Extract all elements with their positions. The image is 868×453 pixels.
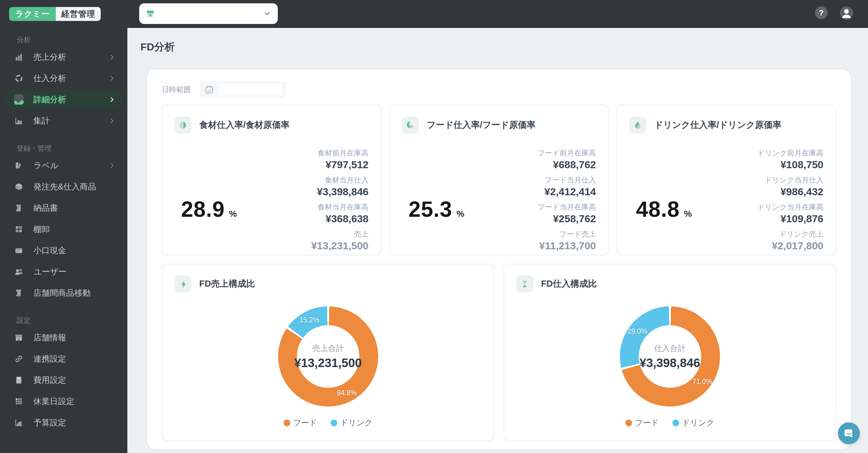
sidebar-item-label: 発注先&仕入商品 [33, 181, 115, 192]
main-content: FD分析 日時範囲 食材仕入率/食材原価率 [127, 28, 868, 453]
chevron-right-icon [108, 75, 115, 82]
logo-product-badge: 経営管理 [56, 7, 101, 21]
date-range-row: 日時範囲 [162, 81, 836, 97]
inventory-icon [14, 224, 24, 234]
kpi-card-title: 食材仕入率/食材原価率 [199, 119, 290, 131]
sidebar-item-label: 納品書 [33, 202, 115, 214]
chat-widget-button[interactable] [838, 422, 860, 444]
sidebar-item-label: ユーザー [33, 266, 115, 277]
kpi-card-ingredients: 食材仕入率/食材原価率 28.9 % 食材前月在庫高 ¥797,512 食材当月… [162, 105, 381, 255]
help-button[interactable]: ? [815, 6, 828, 19]
labels-icon [14, 161, 24, 170]
stat-value: ¥2,017,800 [757, 240, 824, 252]
sidebar-item-store-transfer[interactable]: 店舗間商品移動 [5, 284, 122, 302]
stat-value: ¥258,762 [537, 213, 596, 225]
legend-item-food: フード [284, 418, 317, 428]
legend-item-food: フード [625, 418, 659, 428]
stat-value: ¥13,231,500 [311, 240, 369, 252]
sidebar-item-expense-settings[interactable]: 費用設定 [5, 371, 122, 389]
kpi-unit: % [684, 209, 692, 219]
stat-value: ¥109,876 [757, 213, 824, 225]
sidebar-section-management: 登録・管理 [17, 144, 127, 153]
store-selector-dropdown[interactable] [139, 3, 278, 24]
sidebar-item-integration-settings[interactable]: 連携設定 [5, 350, 122, 368]
date-range-input[interactable] [219, 84, 282, 95]
donut-center-label: 仕入合計 [654, 343, 686, 354]
stat-label: ドリンク売上 [757, 229, 824, 239]
stat-value: ¥368,638 [311, 213, 369, 225]
sales-donut-chart: 売上合計 ¥13,231,500 15.2% 84.8% [278, 306, 378, 406]
user-avatar[interactable] [840, 6, 853, 20]
stat-value: ¥797,512 [311, 159, 369, 171]
stat-value: ¥11,213,700 [537, 240, 596, 252]
sidebar-item-delivery-notes[interactable]: 納品書 [5, 199, 122, 217]
donut-center-value: ¥3,398,846 [639, 356, 700, 370]
chart-card-purchase-composition: FD仕入構成比 仕入合計 ¥3,398,846 29.0% 71.0% フード [503, 264, 836, 441]
legend-item-drink: ドリンク [331, 418, 372, 428]
stat-label: フード前月在庫高 [537, 148, 596, 158]
area-chart-icon [14, 95, 24, 105]
person-icon [840, 6, 853, 20]
sidebar-item-sales-analysis[interactable]: 売上分析 [5, 48, 122, 66]
help-icon: ? [819, 8, 824, 18]
stat-value: ¥2,412,414 [537, 186, 596, 198]
sidebar-item-closed-days-settings[interactable]: 休業日設定 [5, 393, 122, 410]
stat-value: ¥108,750 [757, 159, 824, 171]
stat-label: ドリンク当月仕入 [757, 175, 824, 185]
sidebar-item-label: 売上分析 [33, 52, 108, 62]
sidebar-item-petty-cash[interactable]: 小口現金 [5, 242, 122, 259]
slice-label-drink: 15.2% [299, 316, 319, 324]
stat-value: ¥986,432 [757, 186, 824, 198]
kpi-card-food: フード仕入率/フード原価率 25.3 % フード前月在庫高 ¥688,762 フ… [389, 105, 609, 255]
wallet-icon [14, 246, 24, 255]
receipt-icon [14, 203, 24, 213]
sidebar-item-summary[interactable]: 集計 [5, 112, 122, 130]
chevron-right-icon [108, 96, 115, 103]
donut-chart-icon [14, 74, 24, 83]
slice-label-drink: 29.0% [627, 327, 647, 336]
kpi-value: 25.3 [408, 197, 452, 222]
chart-card-row: FD売上構成比 売上合計 ¥13,231,500 15.2% 84.8% フード [162, 264, 836, 441]
stat-value: ¥688,762 [537, 159, 596, 171]
half-circle-icon [175, 117, 191, 134]
stat-label: 食材前月在庫高 [311, 148, 369, 158]
chart-card-title: FD売上構成比 [199, 278, 255, 290]
purchase-donut-chart: 仕入合計 ¥3,398,846 29.0% 71.0% [620, 306, 720, 406]
chart-legend: フード ドリンク [516, 418, 824, 428]
sidebar-item-detail-analysis[interactable]: 詳細分析 [5, 91, 122, 108]
chevron-right-icon [108, 162, 115, 169]
legend-label: ドリンク [340, 418, 372, 428]
sidebar-item-labels[interactable]: ラベル [5, 157, 122, 174]
sidebar-item-inventory[interactable]: 棚卸 [5, 220, 122, 238]
box-icon [14, 182, 24, 192]
stat-label: フード当月在庫高 [537, 202, 596, 212]
slice-label-food: 71.0% [692, 378, 712, 386]
sidebar-item-label: 費用設定 [33, 375, 115, 386]
legend-dot-food [284, 420, 290, 426]
stat-value: ¥3,398,846 [311, 186, 369, 198]
chat-bubble-icon [843, 427, 855, 439]
legend-dot-drink [672, 420, 679, 426]
summary-chart-icon [14, 116, 24, 126]
donut-center: 仕入合計 ¥3,398,846 [639, 325, 701, 388]
chevron-down-icon [263, 10, 271, 18]
sidebar-item-budget-settings[interactable]: 予算設定 [5, 414, 122, 431]
sidebar-item-label: 店舗情報 [33, 332, 115, 343]
sidebar-section-analysis: 分析 [17, 35, 127, 45]
sidebar-item-purchase-analysis[interactable]: 仕入分析 [5, 69, 122, 87]
donut-center-label: 売上合計 [312, 343, 344, 354]
donut-center: 売上合計 ¥13,231,500 [297, 325, 360, 388]
sidebar-item-store-info[interactable]: 店舗情報 [5, 329, 122, 346]
budget-chart-icon [14, 418, 24, 427]
legend-label: ドリンク [682, 418, 714, 428]
topbar: ラクミー 経営管理 ? [0, 0, 868, 28]
hourglass-icon [516, 275, 533, 292]
legend-dot-drink [331, 420, 337, 426]
sidebar-item-users[interactable]: ユーザー [5, 263, 122, 281]
fd-analysis-panel: 日時範囲 食材仕入率/食材原価率 [147, 69, 851, 449]
kpi-unit: % [457, 209, 464, 219]
app-logo: ラクミー 経営管理 [9, 7, 101, 21]
sidebar-item-label: ラベル [33, 160, 108, 171]
date-range-picker[interactable] [200, 81, 286, 97]
sidebar-item-suppliers-products[interactable]: 発注先&仕入商品 [5, 178, 122, 196]
